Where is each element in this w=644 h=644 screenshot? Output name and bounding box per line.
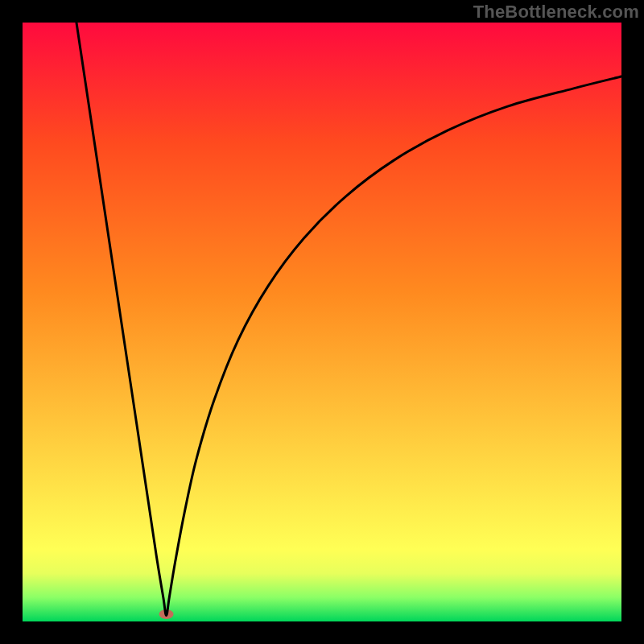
chart-svg [23, 23, 621, 621]
gradient-background [23, 23, 621, 621]
watermark-text: TheBottleneck.com [473, 2, 639, 23]
chart-frame [23, 23, 621, 621]
